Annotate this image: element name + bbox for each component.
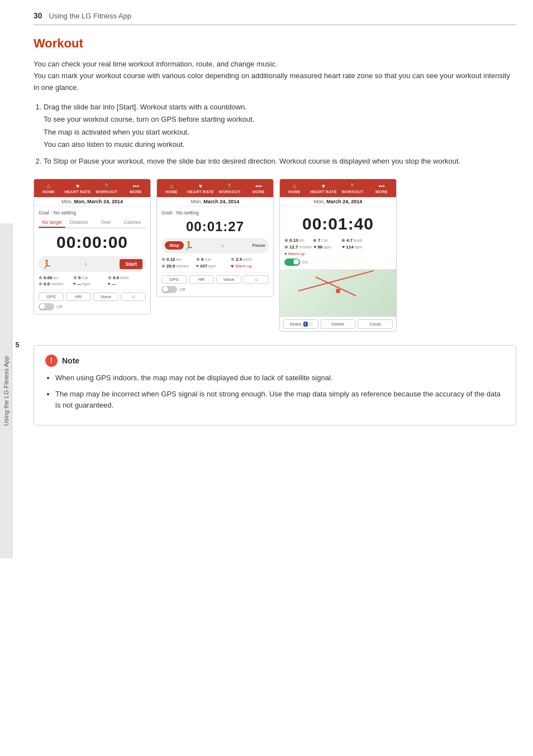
screen1-body: Goal : No setting No target Distance Tim… [34, 207, 150, 314]
screen1-date: Mon, Mon, March 24, 2014 [34, 197, 150, 207]
note-item-2: The map may be incorrect when GPS signal… [55, 389, 505, 412]
note-list: When using GPS indoors, the map may not … [55, 372, 505, 412]
sidebar-chapter-num: 5 [12, 341, 22, 349]
section-title: Workout [34, 36, 516, 51]
home-icon-2: ⌂ [170, 183, 174, 189]
tab-calories[interactable]: Calories [119, 218, 146, 228]
heart-icon-s2: ♥ [196, 264, 199, 269]
note-icon: ! [45, 355, 58, 367]
nav-more-3[interactable]: ••• MORE [367, 183, 396, 194]
heart-icon: ♥ [76, 183, 80, 189]
stat-speed: ⊕ 0.0 km/h [108, 275, 141, 280]
s3-bpm: ♥ 98 bpm [314, 245, 341, 250]
nav-workout-3[interactable]: 🏃 WORKOUT [338, 182, 367, 194]
screen1-toggle: Off [39, 303, 146, 310]
hr-button-1[interactable]: HR [66, 293, 91, 301]
stat-pace: ⊕ 0.0 min/km [39, 281, 72, 286]
screen3-nav: ⌂ HOME ♥ HEART RATE 🏃 WORKOUT ••• MORE [280, 179, 396, 197]
hr-button-2[interactable]: HR [189, 275, 214, 284]
screen2-date: Mon, March 24, 2014 [157, 197, 273, 207]
screen3-date: Mon, March 24, 2014 [280, 197, 396, 207]
nav-workout-2[interactable]: 🏃 WORKOUT [215, 182, 244, 194]
run-handle-icon-2: 🏃 [184, 241, 193, 250]
instruction-list: Drag the slide bar into [Start]. Workout… [44, 101, 516, 167]
dist-icon-2: ⊕ [161, 257, 165, 262]
nav-workout-1[interactable]: 🏃 WORKOUT [92, 182, 121, 194]
screen3-map [280, 269, 396, 317]
gps-button-2[interactable]: GPS [161, 275, 187, 284]
screen3-stats: ⊕ 0.13 km ⊕ 7 Cal ⊕ 4.7 km/h [284, 238, 392, 256]
toggle-switch-2[interactable] [161, 286, 177, 293]
screen1-controls: GPS HR Voice ♫ [39, 290, 146, 301]
screen3-timer: 00:01:40 [284, 214, 392, 233]
nav-more-1[interactable]: ••• MORE [121, 183, 150, 194]
close-button[interactable]: Close [358, 319, 393, 329]
share-button[interactable]: Share f □ [283, 319, 318, 329]
speed-icon: ⊕ [108, 275, 112, 280]
delete-button[interactable]: Delete [321, 319, 356, 329]
tab-no-target[interactable]: No target [39, 218, 65, 228]
screen2-timer: 00:01:27 [161, 219, 269, 235]
s2-stat-pace: ⊕ 20.9 min/km [161, 263, 195, 269]
run-icon: 🏃 [103, 182, 111, 189]
s3-bpm-icon: ♥ [314, 245, 317, 250]
toggle-switch-3[interactable] [284, 259, 300, 266]
tab-time[interactable]: Time [92, 218, 119, 228]
screen1-nav: ⌂ HOME ♥ HEART RATE 🏃 WORKOUT ••• MORE [34, 179, 150, 197]
speed-icon-2: ⊕ [231, 257, 235, 262]
s3-warmup: ♥ Warm up [284, 251, 311, 256]
screen1-timer: 00:00:00 [39, 233, 146, 252]
screen3: ⌂ HOME ♥ HEART RATE 🏃 WORKOUT ••• MORE M… [279, 179, 397, 332]
nav-home-2[interactable]: ⌂ HOME [157, 183, 186, 194]
voice-button-2[interactable]: Voice [216, 275, 241, 284]
screen1-slide[interactable]: 🏃 › Start [39, 256, 146, 272]
nav-heartrate-1[interactable]: ♥ HEART RATE [63, 183, 92, 194]
voice-button-1[interactable]: Voice [93, 293, 118, 301]
s3-speed-icon: ⊕ [341, 238, 345, 243]
share-box-icon: □ [310, 322, 312, 327]
nav-heartrate-2[interactable]: ♥ HEART RATE [186, 183, 215, 194]
screen2-goal: Goal : No setting [161, 210, 269, 216]
nav-home-3[interactable]: ⌂ HOME [280, 183, 309, 194]
dots-icon: ••• [132, 183, 139, 189]
toggle-switch-1[interactable] [39, 303, 54, 310]
music-icon: ♫ [132, 294, 135, 299]
facebook-icon: f [303, 322, 308, 327]
heart-icon-2: ♥ [199, 183, 203, 189]
pace-icon: ⊕ [39, 281, 42, 286]
nav-more-2[interactable]: ••• MORE [244, 183, 273, 194]
heart-bpm-icon: ♥ [73, 281, 76, 286]
heart2-icon: ♥ [108, 281, 111, 286]
s2-warmup: ♥ Warm up [231, 263, 264, 269]
s3-pace-icon: ⊕ [284, 245, 288, 250]
sidebar-chapter-title: Using the LG Fitness App [3, 356, 9, 426]
nav-home-1[interactable]: ⌂ HOME [34, 183, 63, 194]
s3-heart-icon: ♥ [342, 245, 345, 250]
screen1-goal: Goal : No setting [39, 210, 146, 216]
music-button-2[interactable]: ♫ [244, 275, 269, 284]
screen2-body: Goal : No setting 00:01:27 Stop 🏃 › Paus… [157, 207, 273, 296]
map-location-dot [336, 289, 340, 293]
music-button-1[interactable]: ♫ [121, 293, 146, 301]
screen3-toggle: On [284, 259, 392, 266]
share-label: Share [289, 322, 301, 327]
heart-icon-3: ♥ [322, 183, 326, 189]
run-handle-icon: 🏃 [42, 260, 51, 269]
screen2-slide[interactable]: Stop 🏃 › Pause [161, 238, 269, 253]
tab-distance[interactable]: Distance [65, 218, 92, 228]
screen1-tabs: No target Distance Time Calories [39, 218, 146, 228]
s3-speed: ⊕ 4.7 km/h [341, 238, 368, 243]
start-button[interactable]: Start [120, 259, 142, 269]
page-title: Using the LG Fitness App [49, 12, 131, 20]
s3-dist-icon: ⊕ [284, 238, 288, 243]
note-header: ! Note [45, 355, 505, 367]
stop-button[interactable]: Stop [165, 241, 184, 250]
dots-icon-3: ••• [378, 183, 385, 189]
toggle-label-3: On [302, 260, 308, 265]
toggle-label-2: Off [179, 287, 185, 292]
gps-button-1[interactable]: GPS [39, 293, 64, 301]
nav-heartrate-3[interactable]: ♥ HEART RATE [309, 183, 338, 194]
screen2-stats: ⊕ 0.12 km ⊕ 6 Cal ⊕ 2.9 km/h [161, 257, 269, 269]
stat-extra: ♥ --- [108, 281, 141, 286]
screen2-nav: ⌂ HOME ♥ HEART RATE 🏃 WORKOUT ••• MORE [157, 179, 273, 197]
